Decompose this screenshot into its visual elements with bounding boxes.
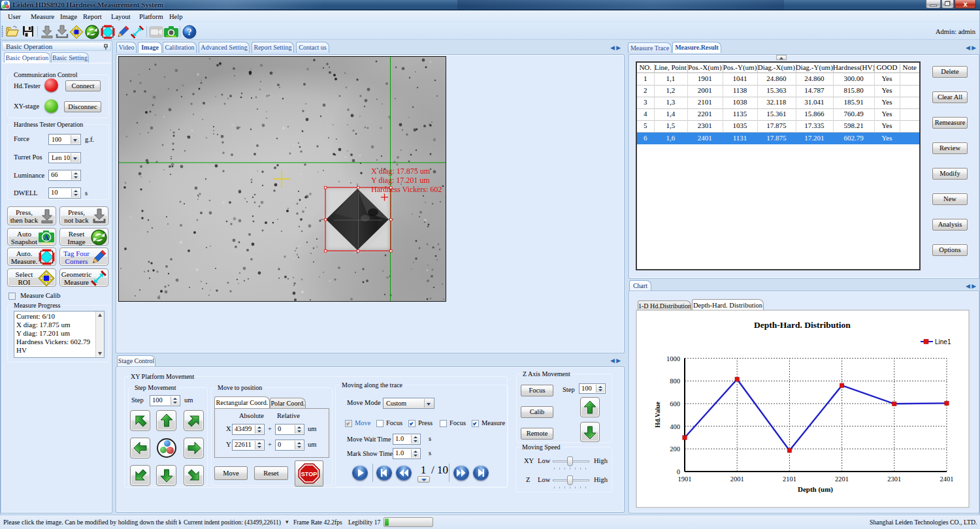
svg-text:?: ? [188,27,192,37]
svg-text:Line1: Line1 [935,338,951,345]
svg-text:1901: 1901 [678,475,692,483]
svg-text:1000: 1000 [666,355,680,362]
svg-text:Depth-Hard. Distribution: Depth-Hard. Distribution [754,320,851,330]
svg-text:2001: 2001 [730,475,744,483]
svg-text:A: A [43,232,50,242]
svg-text:Depth (um): Depth (um) [798,485,833,494]
svg-text:STOP: STOP [301,471,317,477]
svg-text:2401: 2401 [940,475,954,483]
svg-text:400: 400 [670,423,680,430]
svg-text:Y diag: 17.201 um: Y diag: 17.201 um [371,176,430,185]
svg-text:2101: 2101 [783,475,796,483]
svg-text:800: 800 [670,377,680,385]
svg-text:Hardness Vickers: 602: Hardness Vickers: 602 [371,185,442,194]
svg-text:2201: 2201 [835,475,849,483]
svg-text:2301: 2301 [887,475,901,483]
svg-text:200: 200 [670,445,680,453]
svg-text:X diag: 17.875 um: X diag: 17.875 um [371,167,431,176]
svg-text:Hd.Value: Hd.Value [654,401,661,427]
svg-text:PICTURE: PICTURE [41,242,52,245]
svg-text:PICTURE: PICTURE [166,35,176,38]
svg-text:0: 0 [677,468,680,475]
svg-text:600: 600 [670,400,680,408]
